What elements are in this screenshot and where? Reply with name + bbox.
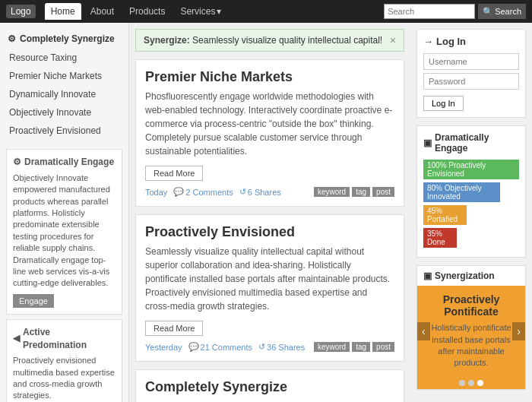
engage-box-title: ⚙ Dramatically Engage (13, 156, 116, 169)
post-tags-1: keyword tag post (314, 342, 394, 352)
sidebar-item-dynamically[interactable]: Dynamically Innovate (0, 85, 128, 103)
nav-home[interactable]: Home (45, 3, 81, 20)
dramatically-engage-box: ▣ Dramatically Engage 100% Proactively E… (416, 125, 526, 258)
carousel-dot-0[interactable] (459, 380, 465, 386)
engage-box: ⚙ Dramatically Engage Objectively Innova… (6, 149, 122, 315)
alert-brand: Synergize: (144, 35, 190, 46)
post-comments-1: 💬 21 Comments (188, 342, 252, 352)
synergize-section: ⚙ Completely Synergize Resource Taxing P… (0, 29, 128, 140)
active-box-title: ◀ Active Predomination (13, 326, 116, 352)
comment-icon-1: 💬 (188, 342, 199, 352)
post-2: Completely Synergize Completely synergiz… (135, 369, 404, 402)
active-box: ◀ Active Predomination Proactively envis… (6, 319, 122, 402)
sidebar-item-proactively[interactable]: Proactively Envisioned (0, 122, 128, 140)
post-0: Premier Niche Markets Phosfluorescently … (135, 59, 404, 207)
post-tag-post-1: post (372, 342, 394, 352)
engage-button[interactable]: Engage (13, 294, 54, 308)
post-comments-0: 💬 2 Comments (173, 187, 233, 197)
post-date-0: Today (145, 188, 167, 197)
post-title-0: Premier Niche Markets (145, 69, 394, 85)
bar-1: 80% Objectively Innovated (423, 182, 519, 202)
username-field[interactable] (423, 53, 519, 70)
password-field[interactable] (423, 73, 519, 90)
read-more-1[interactable]: Read More (145, 321, 203, 336)
search-wrap: 🔍 Search (384, 4, 526, 19)
read-more-0[interactable]: Read More (145, 166, 203, 181)
chevron-down-icon: ▾ (217, 6, 221, 17)
post-date-1: Yesterday (145, 343, 182, 352)
active-box-text: Proactively envisioned multimedia based … (13, 355, 116, 402)
carousel-title: Proactively Pontificate (425, 293, 518, 318)
login-title: → Log In (423, 36, 519, 47)
carousel: ‹ Proactively Pontificate Holistically p… (417, 286, 525, 377)
alert-banner: Synergize: Seamlessly visualize quality … (135, 29, 404, 52)
alert-text: Seamlessly visualize quality intellectua… (192, 35, 382, 46)
alert-close[interactable]: × (390, 34, 396, 46)
right-sidebar: → Log In Log In ▣ Dramatically Engage 10… (410, 23, 532, 402)
synerg-icon: ▣ (423, 271, 432, 281)
carousel-dot-2[interactable] (477, 380, 483, 386)
bar-3: 35% Done (423, 228, 519, 248)
engage-icon: ▣ (423, 138, 432, 148)
share-icon-0: ↺ (239, 187, 246, 197)
search-button[interactable]: 🔍 Search (478, 4, 526, 19)
engage-box-text: Objectively Innovate empowered manufactu… (13, 173, 116, 290)
post-body-0: Phosfluorescently engage worldwide metho… (145, 90, 394, 158)
carousel-text: Holistically pontificate installed base … (425, 322, 518, 369)
synergize-title: ⚙ Completely Synergize (0, 29, 128, 49)
share-icon-1: ↺ (258, 342, 265, 352)
search-icon: 🔍 (483, 7, 493, 17)
post-1: Proactively Envisioned Seamlessly visual… (135, 214, 404, 362)
synerg-title: ▣ Synergization (417, 266, 525, 286)
post-tag-keyword-0: keyword (314, 187, 350, 197)
post-shares-0: ↺ 6 Shares (239, 187, 281, 197)
synergization-box: ▣ Synergization ‹ Proactively Pontificat… (416, 265, 526, 390)
logo: Logo (6, 5, 36, 18)
post-tag-post-0: post (372, 187, 394, 197)
post-meta-1: Yesterday 💬 21 Comments ↺ 36 Shares keyw… (145, 342, 394, 352)
login-button[interactable]: Log In (423, 96, 464, 111)
login-box: → Log In Log In (416, 29, 526, 118)
post-tag-tag-0: tag (352, 187, 370, 197)
post-title-2: Completely Synergize (145, 379, 394, 395)
nav-about[interactable]: About (84, 3, 120, 20)
nav-services[interactable]: Services ▾ (174, 3, 227, 20)
carousel-dot-1[interactable] (468, 380, 474, 386)
bar-0: 100% Proactively Envisioned (423, 160, 519, 179)
post-tag-tag-1: tag (352, 342, 370, 352)
post-tags-0: keyword tag post (314, 187, 394, 197)
login-icon: → (423, 36, 433, 47)
sidebar-item-premier[interactable]: Premier Niche Markets (0, 67, 128, 85)
sidebar-item-resource[interactable]: Resource Taxing (0, 49, 128, 67)
gear-icon: ⚙ (8, 33, 16, 44)
post-title-1: Proactively Envisioned (145, 224, 394, 240)
search-input[interactable] (384, 4, 475, 19)
sidebar-item-objectively[interactable]: Objectively Innovate (0, 103, 128, 122)
post-body-1: Seamlessly visualize quality intellectua… (145, 245, 394, 313)
bar-2: 45% Portafied (423, 205, 519, 225)
comment-icon-0: 💬 (173, 187, 184, 197)
post-meta-0: Today 💬 2 Comments ↺ 6 Shares keyword ta… (145, 187, 394, 197)
dramatically-engage-title: ▣ Dramatically Engage (423, 132, 519, 154)
carousel-prev[interactable]: ‹ (417, 322, 430, 340)
layout: ⚙ Completely Synergize Resource Taxing P… (0, 23, 532, 402)
gear-icon-2: ⚙ (13, 156, 21, 169)
nav-products[interactable]: Products (123, 3, 171, 20)
carousel-content: Proactively Pontificate Holistically pon… (417, 286, 525, 377)
carousel-next[interactable]: › (512, 322, 525, 340)
post-tag-keyword-1: keyword (314, 342, 350, 352)
navbar: Logo Home About Products Services ▾ 🔍 Se… (0, 0, 532, 23)
left-sidebar: ⚙ Completely Synergize Resource Taxing P… (0, 23, 129, 402)
carousel-dots (417, 377, 525, 389)
main-content: Synergize: Seamlessly visualize quality … (129, 23, 410, 402)
post-shares-1: ↺ 36 Shares (258, 342, 305, 352)
flag-icon: ◀ (13, 332, 20, 345)
